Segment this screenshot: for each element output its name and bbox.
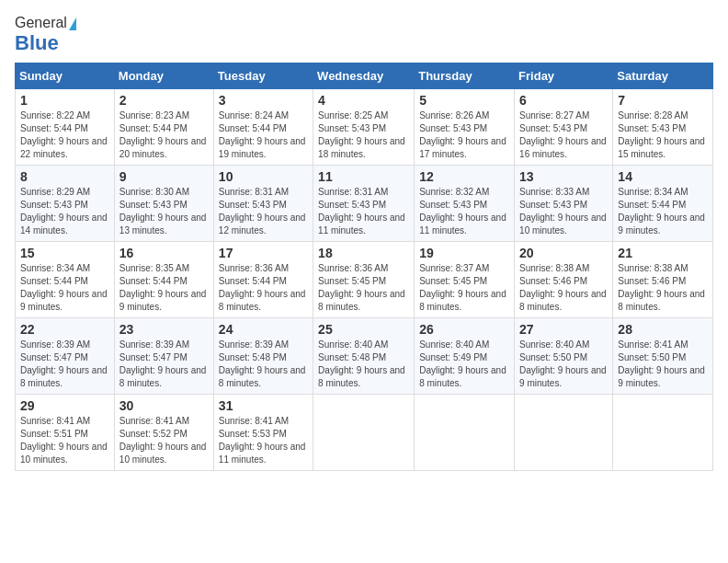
calendar-cell: 17 Sunrise: 8:36 AMSunset: 5:44 PMDaylig… [213, 242, 313, 318]
day-number: 12 [419, 169, 509, 184]
cell-info: Sunrise: 8:39 AMSunset: 5:47 PMDaylight:… [20, 339, 108, 388]
logo: General Blue [15, 15, 76, 55]
cell-info: Sunrise: 8:24 AMSunset: 5:44 PMDaylight:… [219, 110, 306, 159]
week-row-5: 29 Sunrise: 8:41 AMSunset: 5:51 PMDaylig… [16, 395, 713, 471]
calendar-cell: 22 Sunrise: 8:39 AMSunset: 5:47 PMDaylig… [16, 318, 115, 395]
cell-info: Sunrise: 8:40 AMSunset: 5:50 PMDaylight:… [519, 339, 607, 388]
cell-info: Sunrise: 8:34 AMSunset: 5:44 PMDaylight:… [20, 263, 108, 312]
day-number: 11 [318, 169, 409, 184]
day-number: 17 [219, 246, 308, 260]
cell-info: Sunrise: 8:41 AMSunset: 5:50 PMDaylight:… [618, 339, 705, 388]
day-number: 6 [519, 93, 608, 108]
day-number: 8 [20, 169, 109, 184]
calendar-cell: 20 Sunrise: 8:38 AMSunset: 5:46 PMDaylig… [515, 242, 613, 318]
day-number: 25 [318, 322, 409, 337]
day-number: 19 [419, 246, 509, 260]
calendar-cell: 13 Sunrise: 8:33 AMSunset: 5:43 PMDaylig… [515, 166, 613, 242]
cell-info: Sunrise: 8:41 AMSunset: 5:53 PMDaylight:… [219, 416, 306, 465]
week-row-1: 1 Sunrise: 8:22 AMSunset: 5:44 PMDayligh… [16, 89, 713, 166]
day-number: 23 [119, 322, 209, 337]
cell-info: Sunrise: 8:27 AMSunset: 5:43 PMDaylight:… [519, 110, 607, 159]
day-number: 4 [318, 93, 409, 108]
calendar-header-row: SundayMondayTuesdayWednesdayThursdayFrid… [16, 63, 713, 89]
cell-info: Sunrise: 8:37 AMSunset: 5:45 PMDaylight:… [419, 263, 506, 312]
day-number: 15 [20, 246, 109, 260]
day-number: 14 [618, 169, 708, 184]
cell-info: Sunrise: 8:31 AMSunset: 5:43 PMDaylight:… [318, 187, 405, 236]
cell-info: Sunrise: 8:38 AMSunset: 5:46 PMDaylight:… [519, 263, 607, 312]
calendar-cell: 27 Sunrise: 8:40 AMSunset: 5:50 PMDaylig… [515, 318, 613, 395]
logo-triangle-icon [69, 17, 76, 30]
cell-info: Sunrise: 8:38 AMSunset: 5:46 PMDaylight:… [618, 263, 705, 312]
cell-info: Sunrise: 8:25 AMSunset: 5:43 PMDaylight:… [318, 110, 405, 159]
header-friday: Friday [515, 63, 613, 89]
week-row-4: 22 Sunrise: 8:39 AMSunset: 5:47 PMDaylig… [16, 318, 713, 395]
day-number: 13 [519, 169, 608, 184]
calendar-cell: 25 Sunrise: 8:40 AMSunset: 5:48 PMDaylig… [313, 318, 415, 395]
calendar-cell: 14 Sunrise: 8:34 AMSunset: 5:44 PMDaylig… [613, 166, 713, 242]
day-number: 31 [219, 398, 308, 413]
calendar-cell: 12 Sunrise: 8:32 AMSunset: 5:43 PMDaylig… [415, 166, 515, 242]
day-number: 5 [419, 93, 509, 108]
cell-info: Sunrise: 8:35 AMSunset: 5:44 PMDaylight:… [119, 263, 207, 312]
day-number: 1 [20, 93, 109, 108]
day-number: 24 [219, 322, 308, 337]
calendar-cell: 28 Sunrise: 8:41 AMSunset: 5:50 PMDaylig… [613, 318, 713, 395]
header-sunday: Sunday [16, 63, 115, 89]
calendar-cell: 8 Sunrise: 8:29 AMSunset: 5:43 PMDayligh… [16, 166, 115, 242]
cell-info: Sunrise: 8:36 AMSunset: 5:44 PMDaylight:… [219, 263, 306, 312]
header-tuesday: Tuesday [213, 63, 313, 89]
header-thursday: Thursday [415, 63, 515, 89]
day-number: 22 [20, 322, 109, 337]
day-number: 9 [119, 169, 209, 184]
header-monday: Monday [114, 63, 213, 89]
cell-info: Sunrise: 8:22 AMSunset: 5:44 PMDaylight:… [20, 110, 108, 159]
logo-blue-text: Blue [15, 31, 59, 55]
calendar-cell [415, 395, 515, 471]
calendar-cell [613, 395, 713, 471]
calendar-cell: 30 Sunrise: 8:41 AMSunset: 5:52 PMDaylig… [114, 395, 213, 471]
calendar-cell: 7 Sunrise: 8:28 AMSunset: 5:43 PMDayligh… [613, 89, 713, 166]
day-number: 28 [618, 322, 708, 337]
day-number: 7 [618, 93, 708, 108]
calendar-cell: 5 Sunrise: 8:26 AMSunset: 5:43 PMDayligh… [415, 89, 515, 166]
logo-general-text: General [15, 15, 67, 31]
cell-info: Sunrise: 8:39 AMSunset: 5:47 PMDaylight:… [119, 339, 207, 388]
calendar-cell: 26 Sunrise: 8:40 AMSunset: 5:49 PMDaylig… [415, 318, 515, 395]
cell-info: Sunrise: 8:41 AMSunset: 5:51 PMDaylight:… [20, 416, 108, 465]
calendar-cell: 9 Sunrise: 8:30 AMSunset: 5:43 PMDayligh… [114, 166, 213, 242]
cell-info: Sunrise: 8:33 AMSunset: 5:43 PMDaylight:… [519, 187, 607, 236]
week-row-2: 8 Sunrise: 8:29 AMSunset: 5:43 PMDayligh… [16, 166, 713, 242]
calendar-cell: 29 Sunrise: 8:41 AMSunset: 5:51 PMDaylig… [16, 395, 115, 471]
cell-info: Sunrise: 8:39 AMSunset: 5:48 PMDaylight:… [219, 339, 306, 388]
day-number: 27 [519, 322, 608, 337]
calendar-cell: 19 Sunrise: 8:37 AMSunset: 5:45 PMDaylig… [415, 242, 515, 318]
calendar-cell [515, 395, 613, 471]
day-number: 21 [618, 246, 708, 260]
cell-info: Sunrise: 8:31 AMSunset: 5:43 PMDaylight:… [219, 187, 306, 236]
cell-info: Sunrise: 8:26 AMSunset: 5:43 PMDaylight:… [419, 110, 506, 159]
cell-info: Sunrise: 8:28 AMSunset: 5:43 PMDaylight:… [618, 110, 705, 159]
calendar-cell: 11 Sunrise: 8:31 AMSunset: 5:43 PMDaylig… [313, 166, 415, 242]
day-number: 20 [519, 246, 608, 260]
cell-info: Sunrise: 8:32 AMSunset: 5:43 PMDaylight:… [419, 187, 506, 236]
page-header: General Blue [15, 15, 713, 55]
day-number: 30 [119, 398, 209, 413]
day-number: 29 [20, 398, 109, 413]
calendar-cell: 3 Sunrise: 8:24 AMSunset: 5:44 PMDayligh… [213, 89, 313, 166]
calendar-cell: 21 Sunrise: 8:38 AMSunset: 5:46 PMDaylig… [613, 242, 713, 318]
calendar-cell: 24 Sunrise: 8:39 AMSunset: 5:48 PMDaylig… [213, 318, 313, 395]
calendar-cell: 1 Sunrise: 8:22 AMSunset: 5:44 PMDayligh… [16, 89, 115, 166]
day-number: 3 [219, 93, 308, 108]
cell-info: Sunrise: 8:23 AMSunset: 5:44 PMDaylight:… [119, 110, 207, 159]
week-row-3: 15 Sunrise: 8:34 AMSunset: 5:44 PMDaylig… [16, 242, 713, 318]
calendar-cell [313, 395, 415, 471]
calendar-cell: 15 Sunrise: 8:34 AMSunset: 5:44 PMDaylig… [16, 242, 115, 318]
day-number: 26 [419, 322, 509, 337]
cell-info: Sunrise: 8:40 AMSunset: 5:48 PMDaylight:… [318, 339, 405, 388]
calendar-cell: 23 Sunrise: 8:39 AMSunset: 5:47 PMDaylig… [114, 318, 213, 395]
calendar-cell: 18 Sunrise: 8:36 AMSunset: 5:45 PMDaylig… [313, 242, 415, 318]
calendar-cell: 2 Sunrise: 8:23 AMSunset: 5:44 PMDayligh… [114, 89, 213, 166]
cell-info: Sunrise: 8:34 AMSunset: 5:44 PMDaylight:… [618, 187, 705, 236]
calendar-cell: 6 Sunrise: 8:27 AMSunset: 5:43 PMDayligh… [515, 89, 613, 166]
